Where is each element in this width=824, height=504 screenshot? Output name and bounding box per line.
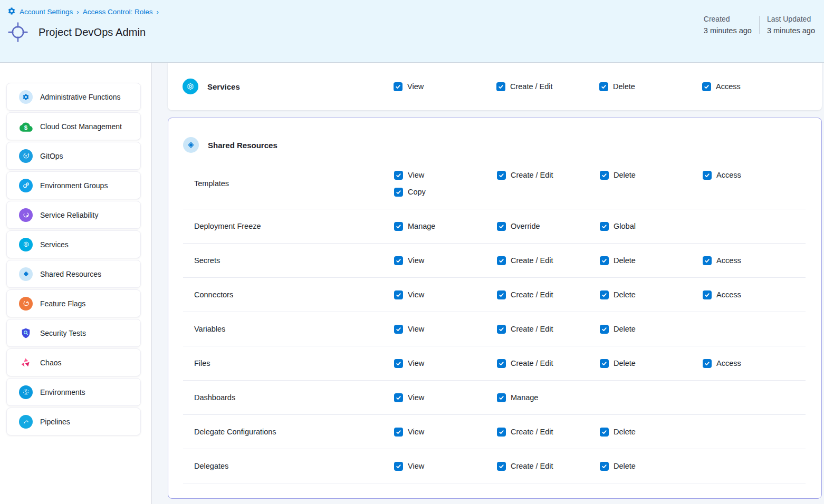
permission-access[interactable]: Access	[703, 256, 806, 265]
permission-column: Create / Edit	[497, 290, 600, 299]
checkbox-checked-icon[interactable]	[703, 290, 712, 299]
permission-delete[interactable]: Delete	[600, 462, 703, 471]
permission-access[interactable]: Access	[703, 359, 806, 368]
permission-view[interactable]: View	[394, 462, 497, 471]
checkbox-checked-icon[interactable]	[394, 82, 403, 91]
permission-delete[interactable]: Delete	[600, 256, 703, 265]
checkbox-checked-icon[interactable]	[600, 290, 609, 299]
resource-label-cell: Connectors	[183, 290, 394, 299]
permission-create-edit[interactable]: Create / Edit	[497, 359, 600, 368]
permission-access[interactable]: Access	[702, 82, 805, 91]
checkbox-checked-icon[interactable]	[497, 290, 506, 299]
sidebar-item-label: Environments	[40, 388, 85, 396]
permission-columns: ViewCreate / EditDeleteAccess	[394, 359, 806, 368]
checkbox-checked-icon[interactable]	[600, 325, 609, 334]
sidebar-item-pipelines[interactable]: Pipelines	[6, 408, 141, 435]
checkbox-checked-icon[interactable]	[600, 171, 609, 180]
shared-resources-card-header: Shared Resources	[183, 118, 806, 158]
permission-access[interactable]: Access	[703, 290, 806, 299]
permission-view[interactable]: View	[394, 290, 497, 299]
permission-column: Delete	[600, 428, 703, 437]
permission-view[interactable]: View	[394, 171, 497, 180]
sidebar-item-services[interactable]: Services	[6, 230, 141, 258]
checkbox-checked-icon[interactable]	[497, 393, 506, 402]
checkbox-checked-icon[interactable]	[600, 222, 609, 231]
permission-delete[interactable]: Delete	[600, 171, 703, 180]
permission-view[interactable]: View	[394, 256, 497, 265]
checkbox-checked-icon[interactable]	[497, 462, 506, 471]
permission-create-edit[interactable]: Create / Edit	[497, 290, 600, 299]
permission-column: Create / Edit	[497, 462, 600, 471]
checkbox-checked-icon[interactable]	[702, 82, 711, 91]
permission-view[interactable]: View	[394, 393, 497, 402]
breadcrumb-link-access-control-roles[interactable]: Access Control: Roles	[83, 8, 153, 16]
permission-create-edit[interactable]: Create / Edit	[497, 462, 600, 471]
checkbox-checked-icon[interactable]	[497, 171, 506, 180]
checkbox-checked-icon[interactable]	[600, 428, 609, 437]
sidebar-item-feature-flags[interactable]: Feature Flags	[6, 289, 141, 317]
sidebar-item-cloud-cost-management[interactable]: $Cloud Cost Management	[6, 112, 141, 140]
shared-resources-rows: TemplatesViewCopyCreate / EditDeleteAcce…	[183, 158, 806, 483]
permission-delete[interactable]: Delete	[599, 82, 702, 91]
checkbox-checked-icon[interactable]	[497, 222, 506, 231]
sidebar-item-service-reliability[interactable]: Service Reliability	[6, 201, 141, 229]
permission-override[interactable]: Override	[497, 222, 600, 231]
checkbox-checked-icon[interactable]	[394, 428, 403, 437]
permission-delete[interactable]: Delete	[600, 359, 703, 368]
permission-label: Access	[716, 290, 741, 299]
checkbox-checked-icon[interactable]	[394, 393, 403, 402]
checkbox-checked-icon[interactable]	[394, 325, 403, 334]
permission-global[interactable]: Global	[600, 222, 703, 231]
checkbox-checked-icon[interactable]	[600, 256, 609, 265]
checkbox-checked-icon[interactable]	[394, 171, 403, 180]
checkbox-checked-icon[interactable]	[394, 462, 403, 471]
checkbox-checked-icon[interactable]	[394, 222, 403, 231]
permission-copy[interactable]: Copy	[394, 188, 497, 197]
checkbox-checked-icon[interactable]	[703, 359, 712, 368]
permission-delete[interactable]: Delete	[600, 428, 703, 437]
permission-column: Create / Edit	[497, 325, 600, 334]
permission-create-edit[interactable]: Create / Edit	[497, 256, 600, 265]
checkbox-checked-icon[interactable]	[600, 359, 609, 368]
checkbox-checked-icon[interactable]	[394, 256, 403, 265]
breadcrumb-link-account-settings[interactable]: Account Settings	[20, 8, 73, 16]
checkbox-checked-icon[interactable]	[497, 359, 506, 368]
sidebar-item-shared-resources[interactable]: Shared Resources	[6, 260, 141, 288]
permission-column: Delete	[600, 462, 703, 471]
checkbox-checked-icon[interactable]	[394, 359, 403, 368]
checkbox-checked-icon[interactable]	[600, 462, 609, 471]
checkbox-checked-icon[interactable]	[497, 325, 506, 334]
permission-create-edit[interactable]: Create / Edit	[497, 428, 600, 437]
permission-manage[interactable]: Manage	[394, 222, 497, 231]
resource-row-templates: TemplatesViewCopyCreate / EditDeleteAcce…	[183, 158, 806, 209]
permission-access[interactable]: Access	[703, 171, 806, 180]
checkbox-checked-icon[interactable]	[394, 290, 403, 299]
svg-text:$: $	[24, 124, 28, 131]
sidebar-item-environments[interactable]: Environments	[6, 378, 141, 406]
checkbox-checked-icon[interactable]	[394, 188, 403, 197]
permission-delete[interactable]: Delete	[600, 325, 703, 334]
permission-column: Create / Edit	[497, 428, 600, 437]
checkbox-checked-icon[interactable]	[497, 428, 506, 437]
permission-create-edit[interactable]: Create / Edit	[497, 171, 600, 180]
permission-view[interactable]: View	[394, 325, 497, 334]
checkbox-checked-icon[interactable]	[497, 256, 506, 265]
permission-view[interactable]: View	[394, 428, 497, 437]
sidebar-item-security-tests[interactable]: Security Tests	[6, 319, 141, 347]
checkbox-checked-icon[interactable]	[703, 171, 712, 180]
checkbox-checked-icon[interactable]	[496, 82, 505, 91]
permission-view[interactable]: View	[394, 359, 497, 368]
permission-delete[interactable]: Delete	[600, 290, 703, 299]
permission-create-edit[interactable]: Create / Edit	[497, 325, 600, 334]
permission-view[interactable]: View	[394, 82, 496, 91]
permission-column: Access	[703, 290, 806, 299]
permission-create-edit[interactable]: Create / Edit	[496, 82, 599, 91]
sidebar-item-environment-groups[interactable]: Environment Groups	[6, 171, 141, 199]
sidebar-item-chaos[interactable]: Chaos	[6, 348, 141, 376]
checkbox-checked-icon[interactable]	[703, 256, 712, 265]
sidebar-item-gitops[interactable]: GitOps	[6, 142, 141, 170]
permission-label: Delete	[614, 359, 636, 367]
checkbox-checked-icon[interactable]	[599, 82, 608, 91]
sidebar-item-administrative-functions[interactable]: Administrative Functions	[6, 83, 141, 111]
permission-manage[interactable]: Manage	[497, 393, 600, 402]
